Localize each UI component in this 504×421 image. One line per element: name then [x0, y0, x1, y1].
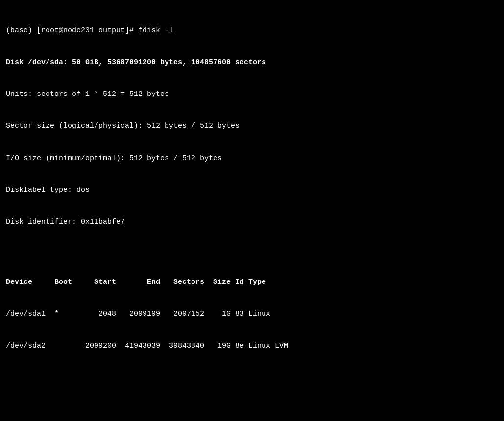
sda-disklabel: Disklabel type: dos	[6, 185, 498, 196]
sda-sector-size: Sector size (logical/physical): 512 byte…	[6, 121, 498, 132]
sda-io-size: I/O size (minimum/optimal): 512 bytes / …	[6, 153, 498, 164]
prompt-line: (base) [root@node231 output]# fdisk -l	[6, 25, 498, 36]
sda2-row: /dev/sda2 2099200 41943039 39843840 19G …	[6, 341, 498, 351]
sda-header: Disk /dev/sda: 50 GiB, 53687091200 bytes…	[6, 57, 498, 68]
terminal-output: (base) [root@node231 output]# fdisk -l D…	[6, 4, 498, 421]
sda-units: Units: sectors of 1 * 512 = 512 bytes	[6, 89, 498, 100]
table-header: Device Boot Start End Sectors Size Id Ty…	[6, 277, 498, 288]
sda1-row: /dev/sda1 * 2048 2099199 2097152 1G 83 L…	[6, 309, 498, 320]
sda-identifier: Disk identifier: 0x11babfe7	[6, 217, 498, 228]
